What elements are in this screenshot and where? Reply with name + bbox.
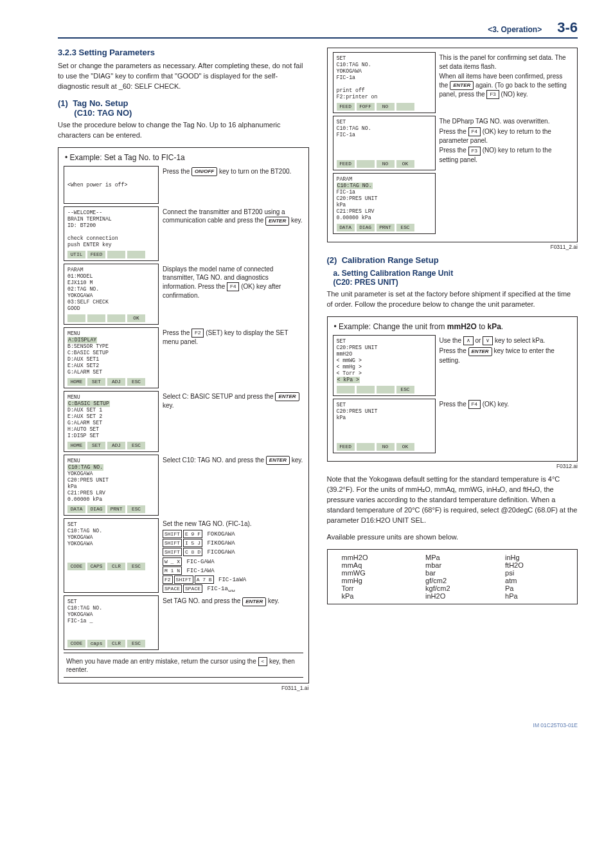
sub2a-line1: a. Setting Calibration Range Unit — [333, 269, 454, 278]
sub2-heading: (2) Calibration Range Setup — [327, 255, 578, 265]
lcd-screen: PARAM C10:TAG NO. FIC-1a C20:PRES UNIT k… — [333, 173, 436, 234]
unit-cell: mmHg — [339, 577, 423, 584]
keycap-enter: ENTER — [242, 597, 266, 606]
page-header: <3. Operation> 3-6 — [58, 19, 578, 39]
sub1-title2: (C10: TAG NO) — [74, 108, 132, 118]
lcd-screen: <When power is off> — [64, 166, 159, 204]
available-units-label: Available pressure units are shown below… — [327, 532, 578, 543]
keycap-enter: ENTER — [275, 392, 299, 401]
lcd-screen: SET C10:TAG NO. FIC-1a FEED NOOK — [333, 116, 436, 170]
keycap-f3: F3 — [468, 147, 481, 156]
lcd-screen: SET C20:PRES UNIT kPa FEED NOOK — [333, 399, 436, 453]
lcd-screen: MENU C:BASIC SETUP D:AUX SET 1 E:AUX SET… — [64, 391, 159, 452]
keycap-f4: F4 — [227, 282, 239, 291]
unit-cell: ftH2O — [502, 561, 565, 569]
step-row: --WELCOME--BRAIN TERMINAL ID: BT200 chec… — [64, 206, 303, 261]
step-row: MENU A:DISPLAY B:SENSOR TYPE C:BASIC SET… — [64, 327, 303, 388]
step-row: PARAM C10:TAG NO. FIC-1a C20:PRES UNIT k… — [333, 173, 573, 234]
unit-cell: kPa — [339, 592, 423, 600]
step-row: SET C20:PRES UNIT mmH2O < mmWG > < mmHg … — [333, 335, 573, 396]
step-desc: Displays the model name of connected tra… — [163, 264, 303, 325]
step-desc: Press the F2 (SET) key to display the SE… — [163, 327, 303, 388]
keycap-f2: F2 — [191, 329, 204, 338]
keycap-f4: F4 — [468, 400, 481, 409]
step-row: PARAM 01:MODEL EJX110 M 02:TAG NO. YOKOG… — [64, 264, 303, 325]
keycap-f4: F4 — [468, 127, 481, 136]
step-desc: Set the new TAG NO. (FIC-1a).SHIFTE 9 F … — [163, 518, 303, 593]
unit-cell: atm — [502, 577, 565, 584]
entry-mistake-note: When you have made an entry mistake, ret… — [64, 653, 303, 678]
step-desc: Connect the transmitter and BT200 using … — [163, 206, 303, 261]
left-arrow-key: < — [258, 657, 268, 666]
example-box-1-cont: SET C10:TAG NO. YOKOGAWA FIC-1a print of… — [327, 48, 578, 242]
step-row: MENU C10:TAG NO. YOKOGAWA C20:PRES UNIT … — [64, 455, 303, 516]
example-2-title: • Example: Change the unit from mmH2O to… — [334, 322, 573, 331]
step-desc: Select C: BASIC SETUP and press the ENTE… — [163, 391, 303, 452]
step-desc: Press the ON/OFF key to turn on the BT20… — [163, 166, 303, 204]
step-desc: Use the ∧ or ∨ key to select kPa.Press t… — [440, 335, 573, 396]
step-desc: This is the panel for confirming set dat… — [440, 52, 573, 113]
step-row: SET C20:PRES UNIT kPa FEED NOOKPress the… — [333, 399, 573, 453]
keycap-enter: ENTER — [450, 81, 474, 90]
step-row: MENU C:BASIC SETUP D:AUX SET 1 E:AUX SET… — [64, 391, 303, 452]
unit-cell: mbar — [423, 561, 502, 569]
sub1-no: (1) — [58, 98, 68, 108]
unit-cell: mmWG — [339, 569, 423, 577]
keycap-∧: ∧ — [463, 336, 474, 345]
right-column: SET C10:TAG NO. YOKOGAWA FIC-1a print of… — [327, 48, 578, 696]
lcd-screen: PARAM 01:MODEL EJX110 M 02:TAG NO. YOKOG… — [64, 264, 159, 325]
unit-cell: psi — [502, 569, 565, 577]
left-column: 3.2.3 Setting Parameters Set or change t… — [58, 48, 309, 696]
lcd-screen: --WELCOME--BRAIN TERMINAL ID: BT200 chec… — [64, 206, 159, 261]
unit-cell: MPa — [423, 554, 502, 561]
example-box-2: • Example: Change the unit from mmH2O to… — [327, 316, 578, 462]
step-row: SET C10:TAG NO. FIC-1a FEED NOOKThe DPha… — [333, 116, 573, 170]
lcd-screen: MENU A:DISPLAY B:SENSOR TYPE C:BASIC SET… — [64, 327, 159, 388]
lcd-screen: SET C10:TAG NO. YOKOGAWA FIC-1a _ CODEca… — [64, 595, 159, 650]
units-table: mmH2OMPainHgmmAqmbarftH2OmmWGbarpsimmHgg… — [327, 549, 578, 604]
page-number: 3-6 — [557, 19, 578, 36]
chapter-label: <3. Operation> — [488, 25, 542, 34]
keycap-∨: ∨ — [483, 336, 493, 345]
lcd-screen: SET C20:PRES UNIT mmH2O < mmWG > < mmHg … — [333, 335, 436, 396]
lcd-screen: SET C10:TAG NO. YOKOGAWA YOKOGAWA CODECA… — [64, 518, 159, 593]
unit-cell: Pa — [502, 584, 565, 592]
sub2a-heading: a. Setting Calibration Range Unit (C20: … — [333, 269, 578, 287]
unit-cell: inH2O — [423, 592, 502, 600]
keycap-f3: F3 — [486, 90, 499, 99]
unit-cell: hPa — [502, 592, 565, 600]
figure-ref-2: F0311_2.ai — [327, 244, 578, 250]
doc-footer: IM 01C25T03-01E — [58, 722, 578, 728]
step-desc: Select C10: TAG NO. and press the ENTER … — [163, 455, 303, 516]
example-1-title: • Example: Set a Tag No. to FIC-1a — [65, 153, 303, 162]
figure-ref-3: F0312.ai — [327, 463, 578, 469]
lcd-screen: MENU C10:TAG NO. YOKOGAWA C20:PRES UNIT … — [64, 455, 159, 516]
step-desc: Set TAG NO. and press the ENTER key. — [163, 595, 303, 650]
unit-cell: gf/cm2 — [423, 577, 502, 584]
figure-ref-1: F0311_1.ai — [58, 685, 309, 691]
step-desc — [440, 173, 573, 234]
unit-cell: kgf/cm2 — [423, 584, 502, 592]
keycap-enter: ENTER — [468, 347, 492, 356]
unit-cell: bar — [423, 569, 502, 577]
unit-cell: Torr — [339, 584, 423, 592]
temperature-note: Note that the Yokogawa default setting f… — [327, 475, 578, 526]
keycap-on/off: ON/OFF — [191, 167, 217, 176]
lcd-screen: SET C10:TAG NO. YOKOGAWA FIC-1a print of… — [333, 52, 436, 113]
section-intro: Set or change the parameters as necessar… — [58, 61, 309, 92]
sub1-heading: (1) Tag No. Setup (C10: TAG NO) — [58, 98, 309, 118]
step-row: SET C10:TAG NO. YOKOGAWA YOKOGAWA CODECA… — [64, 518, 303, 593]
sub2a-line2: (C20: PRES UNIT) — [333, 278, 398, 287]
sub2-title: Calibration Range Setup — [342, 255, 439, 265]
sub2-intro: The unit parameter is set at the factory… — [327, 289, 578, 310]
unit-cell: mmAq — [339, 561, 423, 569]
keycap-enter: ENTER — [265, 217, 289, 226]
keycap-enter: ENTER — [266, 456, 290, 465]
sub2-no: (2) — [327, 255, 337, 265]
step-row: SET C10:TAG NO. YOKOGAWA FIC-1a _ CODEca… — [64, 595, 303, 650]
step-desc: Press the F4 (OK) key. — [440, 399, 573, 453]
sub1-intro: Use the procedure below to change the Ta… — [58, 120, 309, 141]
step-desc: The DPharp TAG NO. was overwritten.Press… — [440, 116, 573, 170]
example-box-1: • Example: Set a Tag No. to FIC-1a <When… — [58, 147, 309, 683]
step-row: SET C10:TAG NO. YOKOGAWA FIC-1a print of… — [333, 52, 573, 113]
